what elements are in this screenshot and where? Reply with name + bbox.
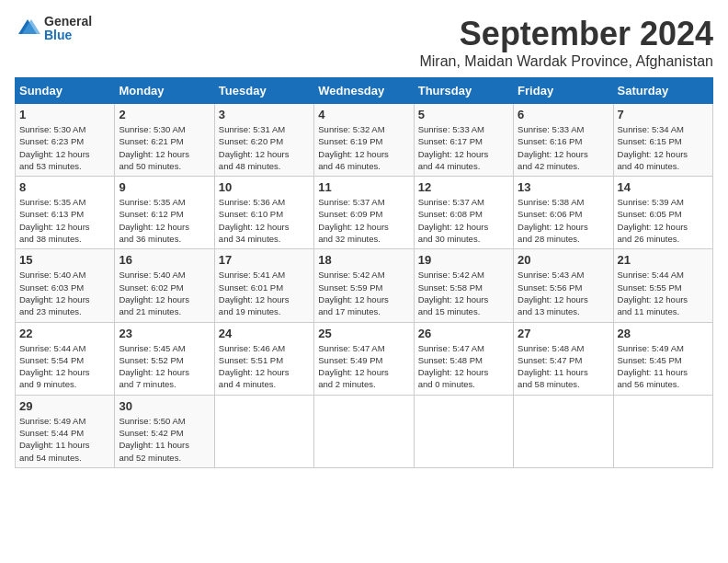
calendar-cell-8: 8Sunrise: 5:35 AMSunset: 6:13 PMDaylight… xyxy=(16,177,115,249)
day-number: 5 xyxy=(418,108,509,121)
day-info: Sunrise: 5:35 AMSunset: 6:13 PMDaylight:… xyxy=(19,196,110,245)
calendar-cell-12: 12Sunrise: 5:37 AMSunset: 6:08 PMDayligh… xyxy=(414,177,513,249)
calendar-cell-3: 3Sunrise: 5:31 AMSunset: 6:20 PMDaylight… xyxy=(214,104,313,177)
day-info: Sunrise: 5:40 AMSunset: 6:03 PMDaylight:… xyxy=(19,269,110,317)
day-number: 21 xyxy=(618,253,709,267)
day-info: Sunrise: 5:39 AMSunset: 6:05 PMDaylight:… xyxy=(618,196,709,245)
day-number: 18 xyxy=(318,253,409,267)
day-info: Sunrise: 5:48 AMSunset: 5:47 PMDaylight:… xyxy=(518,342,609,391)
logo-icon xyxy=(15,16,40,41)
day-info: Sunrise: 5:36 AMSunset: 6:10 PMDaylight:… xyxy=(219,196,310,245)
day-number: 15 xyxy=(19,253,110,267)
calendar-cell-1: 1Sunrise: 5:30 AMSunset: 6:23 PMDaylight… xyxy=(16,104,115,177)
logo: General Blue xyxy=(15,15,92,43)
month-title: September 2024 xyxy=(419,15,713,53)
day-number: 6 xyxy=(518,108,609,121)
calendar-cell-6: 6Sunrise: 5:33 AMSunset: 6:16 PMDaylight… xyxy=(514,104,613,177)
empty-cell xyxy=(613,395,712,467)
logo-general-text: General xyxy=(44,15,92,29)
header-sunday: Sunday xyxy=(16,78,115,104)
day-info: Sunrise: 5:42 AMSunset: 5:59 PMDaylight:… xyxy=(318,269,409,317)
day-number: 17 xyxy=(219,253,310,267)
calendar-cell-19: 19Sunrise: 5:42 AMSunset: 5:58 PMDayligh… xyxy=(414,249,513,322)
day-number: 26 xyxy=(418,327,509,340)
day-number: 10 xyxy=(219,180,310,194)
day-number: 14 xyxy=(618,180,709,194)
day-number: 29 xyxy=(19,399,110,413)
day-number: 11 xyxy=(318,180,409,194)
day-info: Sunrise: 5:33 AMSunset: 6:17 PMDaylight:… xyxy=(418,123,509,172)
calendar-cell-24: 24Sunrise: 5:46 AMSunset: 5:51 PMDayligh… xyxy=(214,322,313,395)
day-info: Sunrise: 5:50 AMSunset: 5:42 PMDaylight:… xyxy=(119,415,210,464)
day-info: Sunrise: 5:46 AMSunset: 5:51 PMDaylight:… xyxy=(219,342,310,391)
header-friday: Friday xyxy=(514,78,613,104)
calendar-cell-27: 27Sunrise: 5:48 AMSunset: 5:47 PMDayligh… xyxy=(514,322,613,395)
day-number: 20 xyxy=(518,253,609,267)
day-info: Sunrise: 5:40 AMSunset: 6:02 PMDaylight:… xyxy=(119,269,210,317)
calendar-cell-5: 5Sunrise: 5:33 AMSunset: 6:17 PMDaylight… xyxy=(414,104,513,177)
calendar-cell-13: 13Sunrise: 5:38 AMSunset: 6:06 PMDayligh… xyxy=(514,177,613,249)
day-number: 28 xyxy=(618,327,709,340)
calendar-cell-18: 18Sunrise: 5:42 AMSunset: 5:59 PMDayligh… xyxy=(314,249,414,322)
calendar-cell-20: 20Sunrise: 5:43 AMSunset: 5:56 PMDayligh… xyxy=(514,249,613,322)
calendar-cell-11: 11Sunrise: 5:37 AMSunset: 6:09 PMDayligh… xyxy=(314,177,414,249)
calendar-cell-16: 16Sunrise: 5:40 AMSunset: 6:02 PMDayligh… xyxy=(115,249,214,322)
day-info: Sunrise: 5:43 AMSunset: 5:56 PMDaylight:… xyxy=(518,269,609,317)
day-info: Sunrise: 5:47 AMSunset: 5:48 PMDaylight:… xyxy=(418,342,509,391)
day-info: Sunrise: 5:34 AMSunset: 6:15 PMDaylight:… xyxy=(618,123,709,172)
empty-cell xyxy=(514,395,613,467)
empty-cell xyxy=(314,395,414,467)
calendar-cell-29: 29Sunrise: 5:49 AMSunset: 5:44 PMDayligh… xyxy=(16,395,115,467)
header-thursday: Thursday xyxy=(414,78,513,104)
location-title: Miran, Maidan Wardak Province, Afghanist… xyxy=(419,53,713,70)
day-number: 3 xyxy=(219,108,310,121)
calendar-table: SundayMondayTuesdayWednesdayThursdayFrid… xyxy=(15,77,713,468)
day-info: Sunrise: 5:31 AMSunset: 6:20 PMDaylight:… xyxy=(219,123,310,172)
header-saturday: Saturday xyxy=(613,78,712,104)
day-number: 9 xyxy=(119,180,210,194)
header-monday: Monday xyxy=(115,78,214,104)
day-number: 25 xyxy=(318,327,409,340)
empty-cell xyxy=(214,395,313,467)
calendar-cell-14: 14Sunrise: 5:39 AMSunset: 6:05 PMDayligh… xyxy=(613,177,712,249)
calendar-cell-7: 7Sunrise: 5:34 AMSunset: 6:15 PMDaylight… xyxy=(613,104,712,177)
day-info: Sunrise: 5:37 AMSunset: 6:08 PMDaylight:… xyxy=(418,196,509,245)
title-section: September 2024 Miran, Maidan Wardak Prov… xyxy=(419,15,713,70)
day-info: Sunrise: 5:49 AMSunset: 5:44 PMDaylight:… xyxy=(19,415,110,464)
calendar-cell-9: 9Sunrise: 5:35 AMSunset: 6:12 PMDaylight… xyxy=(115,177,214,249)
empty-cell xyxy=(414,395,513,467)
day-info: Sunrise: 5:44 AMSunset: 5:55 PMDaylight:… xyxy=(618,269,709,317)
day-number: 1 xyxy=(19,108,110,121)
calendar-cell-2: 2Sunrise: 5:30 AMSunset: 6:21 PMDaylight… xyxy=(115,104,214,177)
calendar-cell-23: 23Sunrise: 5:45 AMSunset: 5:52 PMDayligh… xyxy=(115,322,214,395)
day-number: 24 xyxy=(219,327,310,340)
day-info: Sunrise: 5:42 AMSunset: 5:58 PMDaylight:… xyxy=(418,269,509,317)
day-info: Sunrise: 5:32 AMSunset: 6:19 PMDaylight:… xyxy=(318,123,409,172)
day-info: Sunrise: 5:38 AMSunset: 6:06 PMDaylight:… xyxy=(518,196,609,245)
day-info: Sunrise: 5:47 AMSunset: 5:49 PMDaylight:… xyxy=(318,342,409,391)
calendar-cell-15: 15Sunrise: 5:40 AMSunset: 6:03 PMDayligh… xyxy=(16,249,115,322)
calendar-cell-30: 30Sunrise: 5:50 AMSunset: 5:42 PMDayligh… xyxy=(115,395,214,467)
day-number: 23 xyxy=(119,327,210,340)
day-number: 2 xyxy=(119,108,210,121)
calendar-cell-10: 10Sunrise: 5:36 AMSunset: 6:10 PMDayligh… xyxy=(214,177,313,249)
calendar-cell-17: 17Sunrise: 5:41 AMSunset: 6:01 PMDayligh… xyxy=(214,249,313,322)
day-number: 19 xyxy=(418,253,509,267)
day-number: 16 xyxy=(119,253,210,267)
calendar-cell-25: 25Sunrise: 5:47 AMSunset: 5:49 PMDayligh… xyxy=(314,322,414,395)
day-info: Sunrise: 5:35 AMSunset: 6:12 PMDaylight:… xyxy=(119,196,210,245)
day-number: 4 xyxy=(318,108,409,121)
day-number: 22 xyxy=(19,327,110,340)
day-info: Sunrise: 5:30 AMSunset: 6:21 PMDaylight:… xyxy=(119,123,210,172)
day-number: 27 xyxy=(518,327,609,340)
day-info: Sunrise: 5:45 AMSunset: 5:52 PMDaylight:… xyxy=(119,342,210,391)
day-number: 8 xyxy=(19,180,110,194)
calendar-cell-21: 21Sunrise: 5:44 AMSunset: 5:55 PMDayligh… xyxy=(613,249,712,322)
day-number: 13 xyxy=(518,180,609,194)
day-number: 12 xyxy=(418,180,509,194)
day-info: Sunrise: 5:30 AMSunset: 6:23 PMDaylight:… xyxy=(19,123,110,172)
day-info: Sunrise: 5:37 AMSunset: 6:09 PMDaylight:… xyxy=(318,196,409,245)
calendar-cell-26: 26Sunrise: 5:47 AMSunset: 5:48 PMDayligh… xyxy=(414,322,513,395)
calendar-cell-4: 4Sunrise: 5:32 AMSunset: 6:19 PMDaylight… xyxy=(314,104,414,177)
day-number: 7 xyxy=(618,108,709,121)
